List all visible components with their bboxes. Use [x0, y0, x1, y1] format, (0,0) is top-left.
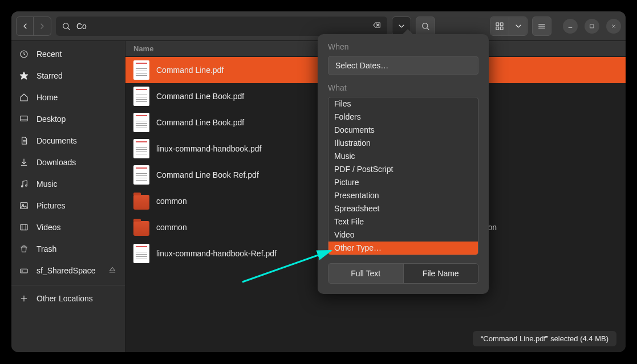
videos-icon — [19, 223, 29, 232]
sidebar-item-label: Pictures — [36, 201, 66, 210]
search-mode-toggle: Full Text File Name — [328, 263, 478, 284]
sidebar-item-documents[interactable]: Documents — [11, 130, 125, 152]
svg-point-24 — [21, 186, 23, 187]
svg-rect-7 — [500, 23, 503, 26]
type-option[interactable]: Picture — [328, 176, 478, 189]
search-icon — [62, 22, 71, 31]
clear-search-icon[interactable] — [372, 21, 382, 31]
type-option[interactable]: Files — [328, 97, 478, 111]
file-name: linux-command-handbook.pdf — [156, 144, 329, 153]
type-option[interactable]: Spreadsheet — [328, 202, 478, 215]
type-option[interactable]: Other Type… — [328, 242, 478, 255]
grid-view-button[interactable] — [490, 17, 509, 35]
plus-icon — [19, 294, 29, 303]
hamburger-menu-button[interactable] — [532, 17, 551, 36]
back-button[interactable] — [17, 17, 34, 35]
select-dates-button[interactable]: Select Dates… — [328, 56, 478, 75]
svg-rect-19 — [21, 116, 27, 121]
sidebar-item-label: Music — [36, 179, 58, 189]
sidebar-item-shared[interactable]: sf_SharedSpace — [11, 260, 125, 281]
svg-line-5 — [427, 28, 429, 30]
file-name: Command Line.pdf — [156, 66, 329, 75]
drive-icon — [19, 266, 29, 275]
type-list: FilesFoldersDocumentsIllustrationMusicPD… — [328, 97, 478, 255]
svg-point-25 — [26, 185, 27, 186]
type-option[interactable]: Presentation — [328, 189, 478, 202]
sidebar-item-label: Desktop — [36, 114, 66, 124]
file-name-button[interactable]: File Name — [403, 264, 478, 283]
file-name: linux-command-handbook-Ref.pdf — [156, 249, 329, 258]
sidebar: Recent Starred Home Desktop Documents Do… — [11, 41, 125, 352]
desktop-icon — [19, 114, 29, 124]
file-name: Command Line Book Ref.pdf — [156, 170, 329, 179]
sidebar-item-pictures[interactable]: Pictures — [11, 195, 125, 216]
minimize-button[interactable] — [563, 19, 578, 34]
file-name: Command Line Book.pdf — [156, 92, 329, 101]
svg-line-1 — [68, 28, 70, 30]
documents-icon — [19, 136, 29, 145]
type-option[interactable]: Folders — [328, 111, 478, 124]
sidebar-item-videos[interactable]: Videos — [11, 216, 125, 238]
sidebar-item-downloads[interactable]: Downloads — [11, 152, 125, 173]
document-icon — [133, 165, 149, 185]
full-text-button[interactable]: Full Text — [328, 264, 403, 283]
sidebar-item-label: Downloads — [36, 158, 76, 167]
svg-marker-18 — [20, 72, 27, 79]
folder-icon — [133, 195, 149, 210]
sidebar-item-label: Starred — [36, 71, 63, 80]
sidebar-item-label: Other Locations — [36, 294, 93, 303]
status-bar: “Command Line.pdf” selected (4.4 MB) — [473, 331, 616, 346]
file-name: common — [156, 223, 329, 232]
pictures-icon — [19, 201, 29, 210]
column-name[interactable]: Name — [125, 44, 322, 53]
status-text: “Command Line.pdf” selected (4.4 MB) — [481, 334, 608, 343]
svg-rect-14 — [590, 24, 594, 28]
svg-point-4 — [423, 23, 428, 28]
what-label: What — [328, 83, 478, 92]
sidebar-item-label: Home — [36, 93, 58, 102]
maximize-button[interactable] — [585, 19, 599, 34]
type-option[interactable]: Music — [328, 150, 478, 163]
window-controls — [563, 19, 621, 34]
eject-icon[interactable] — [108, 265, 117, 276]
nav-buttons — [16, 17, 51, 36]
file-name: Command Line Book.pdf — [156, 118, 329, 127]
sidebar-item-label: Documents — [36, 136, 77, 145]
sidebar-item-music[interactable]: Music — [11, 173, 125, 195]
view-options-button[interactable] — [509, 17, 527, 35]
document-icon — [133, 113, 149, 132]
sidebar-item-label: Trash — [36, 244, 56, 253]
close-button[interactable] — [606, 19, 621, 34]
svg-rect-28 — [21, 224, 27, 230]
sidebar-item-home[interactable]: Home — [11, 87, 125, 108]
document-icon — [133, 244, 149, 263]
search-input[interactable] — [75, 21, 368, 31]
folder-icon — [133, 221, 149, 236]
type-option[interactable]: Illustration — [328, 137, 478, 150]
sidebar-item-other-locations[interactable]: Other Locations — [11, 285, 125, 309]
sidebar-item-starred[interactable]: Starred — [11, 65, 125, 87]
sidebar-item-label: sf_SharedSpace — [36, 266, 96, 275]
trash-icon — [19, 244, 29, 253]
document-icon — [133, 60, 149, 80]
type-option[interactable]: Documents — [328, 124, 478, 137]
sidebar-item-trash[interactable]: Trash — [11, 238, 125, 260]
document-icon — [133, 139, 149, 158]
search-toggle-button[interactable] — [416, 17, 435, 36]
forward-button[interactable] — [34, 17, 51, 35]
svg-rect-6 — [496, 23, 499, 26]
sidebar-item-recent[interactable]: Recent — [11, 43, 125, 65]
search-box[interactable] — [56, 17, 387, 36]
svg-point-0 — [63, 23, 68, 28]
sidebar-item-desktop[interactable]: Desktop — [11, 108, 125, 130]
sidebar-item-label: Recent — [36, 50, 62, 59]
music-icon — [19, 179, 29, 189]
clock-icon — [19, 50, 29, 59]
type-option[interactable]: Video — [328, 228, 478, 242]
svg-rect-8 — [496, 27, 499, 30]
search-filter-popup: When Select Dates… What FilesFoldersDocu… — [318, 34, 489, 294]
type-option[interactable]: PDF / PostScript — [328, 163, 478, 176]
type-option[interactable]: Text File — [328, 215, 478, 228]
downloads-icon — [19, 158, 29, 167]
svg-rect-9 — [500, 27, 503, 30]
